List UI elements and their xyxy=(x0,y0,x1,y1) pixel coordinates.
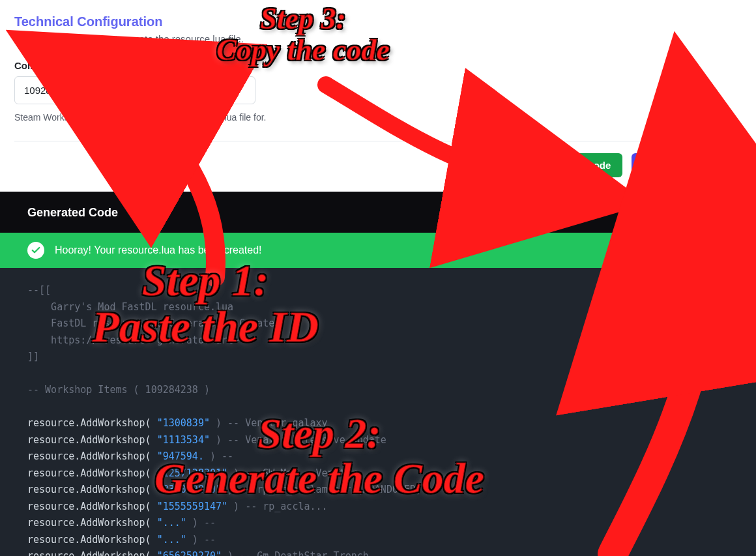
copy-code-label: Copy Code xyxy=(559,160,611,171)
check-icon xyxy=(27,242,44,259)
generated-code-panel: Generated Code Hooray! Your resource.lua… xyxy=(0,192,756,556)
code-block[interactable]: --[[ Garry's Mod FastDL resource.lua Fas… xyxy=(0,268,756,556)
copy-code-button[interactable]: Copy Code xyxy=(532,153,622,177)
code-icon xyxy=(643,160,655,171)
field-help-text: Steam Workshop Collection ID to create a… xyxy=(14,111,275,124)
field-label-text: Collection ID xyxy=(14,60,74,71)
input-wrap xyxy=(14,76,255,111)
required-asterisk: * xyxy=(76,60,80,71)
config-section: Technical Configuration Necessary Inform… xyxy=(0,0,756,124)
generated-code-title: Generated Code xyxy=(0,192,756,233)
generate-code-label: Generate Code xyxy=(660,160,730,171)
collection-id-label: Collection ID* xyxy=(14,60,742,71)
section-description: Necessary Information to create the reso… xyxy=(14,33,742,44)
success-banner: Hooray! Your resource.lua has been creat… xyxy=(0,233,756,268)
button-row: Copy Code Generate Code xyxy=(0,141,756,192)
success-text: Hooray! Your resource.lua has been creat… xyxy=(55,244,262,256)
clipboard-icon xyxy=(544,160,554,171)
generate-code-button[interactable]: Generate Code xyxy=(632,153,742,177)
section-title: Technical Configuration xyxy=(14,14,742,29)
collection-id-input[interactable] xyxy=(14,76,255,104)
